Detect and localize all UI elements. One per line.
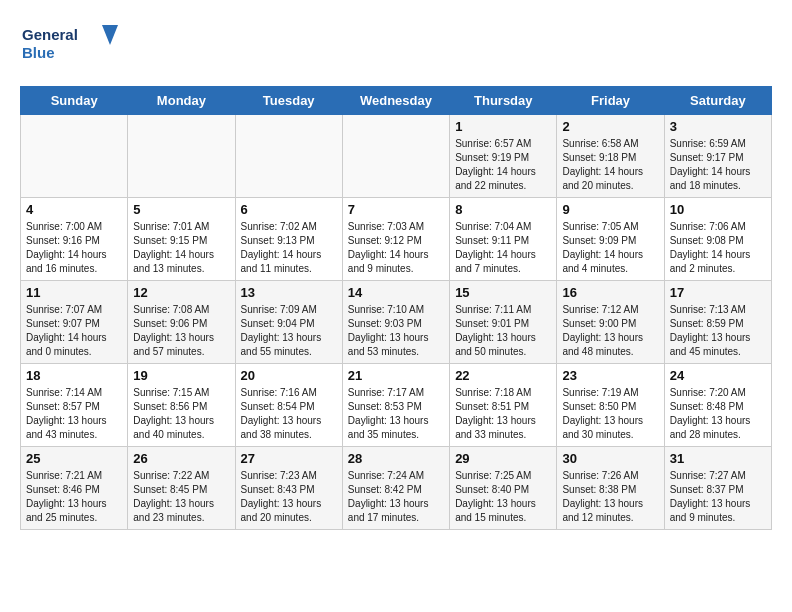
day-info: Sunrise: 6:57 AM Sunset: 9:19 PM Dayligh… xyxy=(455,137,551,193)
day-number: 5 xyxy=(133,202,229,217)
calendar-cell xyxy=(235,115,342,198)
day-info: Sunrise: 7:09 AM Sunset: 9:04 PM Dayligh… xyxy=(241,303,337,359)
svg-text:Blue: Blue xyxy=(22,44,55,61)
calendar-cell: 1Sunrise: 6:57 AM Sunset: 9:19 PM Daylig… xyxy=(450,115,557,198)
weekday-header-saturday: Saturday xyxy=(664,87,771,115)
calendar-cell: 3Sunrise: 6:59 AM Sunset: 9:17 PM Daylig… xyxy=(664,115,771,198)
day-number: 9 xyxy=(562,202,658,217)
day-number: 28 xyxy=(348,451,444,466)
svg-text:General: General xyxy=(22,26,78,43)
day-info: Sunrise: 6:58 AM Sunset: 9:18 PM Dayligh… xyxy=(562,137,658,193)
day-info: Sunrise: 7:18 AM Sunset: 8:51 PM Dayligh… xyxy=(455,386,551,442)
calendar-cell: 31Sunrise: 7:27 AM Sunset: 8:37 PM Dayli… xyxy=(664,447,771,530)
calendar-cell: 23Sunrise: 7:19 AM Sunset: 8:50 PM Dayli… xyxy=(557,364,664,447)
day-number: 1 xyxy=(455,119,551,134)
logo: General Blue xyxy=(20,20,120,70)
calendar-week-row: 4Sunrise: 7:00 AM Sunset: 9:16 PM Daylig… xyxy=(21,198,772,281)
calendar-cell: 10Sunrise: 7:06 AM Sunset: 9:08 PM Dayli… xyxy=(664,198,771,281)
calendar-week-row: 25Sunrise: 7:21 AM Sunset: 8:46 PM Dayli… xyxy=(21,447,772,530)
calendar-cell: 6Sunrise: 7:02 AM Sunset: 9:13 PM Daylig… xyxy=(235,198,342,281)
calendar-cell: 17Sunrise: 7:13 AM Sunset: 8:59 PM Dayli… xyxy=(664,281,771,364)
day-info: Sunrise: 7:14 AM Sunset: 8:57 PM Dayligh… xyxy=(26,386,122,442)
day-number: 26 xyxy=(133,451,229,466)
calendar-cell: 9Sunrise: 7:05 AM Sunset: 9:09 PM Daylig… xyxy=(557,198,664,281)
weekday-header-monday: Monday xyxy=(128,87,235,115)
day-number: 14 xyxy=(348,285,444,300)
day-number: 6 xyxy=(241,202,337,217)
calendar-week-row: 1Sunrise: 6:57 AM Sunset: 9:19 PM Daylig… xyxy=(21,115,772,198)
day-info: Sunrise: 7:20 AM Sunset: 8:48 PM Dayligh… xyxy=(670,386,766,442)
calendar-cell: 14Sunrise: 7:10 AM Sunset: 9:03 PM Dayli… xyxy=(342,281,449,364)
calendar-cell: 28Sunrise: 7:24 AM Sunset: 8:42 PM Dayli… xyxy=(342,447,449,530)
day-info: Sunrise: 7:03 AM Sunset: 9:12 PM Dayligh… xyxy=(348,220,444,276)
day-number: 8 xyxy=(455,202,551,217)
day-info: Sunrise: 7:23 AM Sunset: 8:43 PM Dayligh… xyxy=(241,469,337,525)
svg-marker-2 xyxy=(102,25,118,45)
day-info: Sunrise: 7:24 AM Sunset: 8:42 PM Dayligh… xyxy=(348,469,444,525)
day-info: Sunrise: 7:07 AM Sunset: 9:07 PM Dayligh… xyxy=(26,303,122,359)
calendar-cell: 18Sunrise: 7:14 AM Sunset: 8:57 PM Dayli… xyxy=(21,364,128,447)
day-number: 30 xyxy=(562,451,658,466)
day-info: Sunrise: 7:13 AM Sunset: 8:59 PM Dayligh… xyxy=(670,303,766,359)
calendar-cell: 2Sunrise: 6:58 AM Sunset: 9:18 PM Daylig… xyxy=(557,115,664,198)
calendar-cell xyxy=(21,115,128,198)
day-info: Sunrise: 7:22 AM Sunset: 8:45 PM Dayligh… xyxy=(133,469,229,525)
day-number: 31 xyxy=(670,451,766,466)
day-number: 2 xyxy=(562,119,658,134)
day-number: 29 xyxy=(455,451,551,466)
day-number: 25 xyxy=(26,451,122,466)
day-number: 24 xyxy=(670,368,766,383)
calendar-table: SundayMondayTuesdayWednesdayThursdayFrid… xyxy=(20,86,772,530)
day-number: 3 xyxy=(670,119,766,134)
day-number: 7 xyxy=(348,202,444,217)
day-number: 16 xyxy=(562,285,658,300)
day-info: Sunrise: 7:27 AM Sunset: 8:37 PM Dayligh… xyxy=(670,469,766,525)
calendar-week-row: 18Sunrise: 7:14 AM Sunset: 8:57 PM Dayli… xyxy=(21,364,772,447)
calendar-cell: 19Sunrise: 7:15 AM Sunset: 8:56 PM Dayli… xyxy=(128,364,235,447)
day-info: Sunrise: 7:04 AM Sunset: 9:11 PM Dayligh… xyxy=(455,220,551,276)
weekday-header-friday: Friday xyxy=(557,87,664,115)
calendar-cell: 21Sunrise: 7:17 AM Sunset: 8:53 PM Dayli… xyxy=(342,364,449,447)
calendar-cell: 4Sunrise: 7:00 AM Sunset: 9:16 PM Daylig… xyxy=(21,198,128,281)
calendar-cell xyxy=(342,115,449,198)
calendar-cell: 30Sunrise: 7:26 AM Sunset: 8:38 PM Dayli… xyxy=(557,447,664,530)
calendar-cell: 29Sunrise: 7:25 AM Sunset: 8:40 PM Dayli… xyxy=(450,447,557,530)
day-info: Sunrise: 7:00 AM Sunset: 9:16 PM Dayligh… xyxy=(26,220,122,276)
day-info: Sunrise: 7:01 AM Sunset: 9:15 PM Dayligh… xyxy=(133,220,229,276)
weekday-header-row: SundayMondayTuesdayWednesdayThursdayFrid… xyxy=(21,87,772,115)
day-info: Sunrise: 7:19 AM Sunset: 8:50 PM Dayligh… xyxy=(562,386,658,442)
calendar-cell: 11Sunrise: 7:07 AM Sunset: 9:07 PM Dayli… xyxy=(21,281,128,364)
weekday-header-thursday: Thursday xyxy=(450,87,557,115)
day-info: Sunrise: 6:59 AM Sunset: 9:17 PM Dayligh… xyxy=(670,137,766,193)
calendar-cell: 15Sunrise: 7:11 AM Sunset: 9:01 PM Dayli… xyxy=(450,281,557,364)
calendar-cell: 12Sunrise: 7:08 AM Sunset: 9:06 PM Dayli… xyxy=(128,281,235,364)
calendar-cell: 13Sunrise: 7:09 AM Sunset: 9:04 PM Dayli… xyxy=(235,281,342,364)
day-info: Sunrise: 7:11 AM Sunset: 9:01 PM Dayligh… xyxy=(455,303,551,359)
calendar-cell: 24Sunrise: 7:20 AM Sunset: 8:48 PM Dayli… xyxy=(664,364,771,447)
day-info: Sunrise: 7:17 AM Sunset: 8:53 PM Dayligh… xyxy=(348,386,444,442)
day-info: Sunrise: 7:05 AM Sunset: 9:09 PM Dayligh… xyxy=(562,220,658,276)
day-info: Sunrise: 7:02 AM Sunset: 9:13 PM Dayligh… xyxy=(241,220,337,276)
calendar-cell: 16Sunrise: 7:12 AM Sunset: 9:00 PM Dayli… xyxy=(557,281,664,364)
calendar-cell: 25Sunrise: 7:21 AM Sunset: 8:46 PM Dayli… xyxy=(21,447,128,530)
day-number: 4 xyxy=(26,202,122,217)
day-info: Sunrise: 7:26 AM Sunset: 8:38 PM Dayligh… xyxy=(562,469,658,525)
day-number: 11 xyxy=(26,285,122,300)
day-info: Sunrise: 7:25 AM Sunset: 8:40 PM Dayligh… xyxy=(455,469,551,525)
day-number: 20 xyxy=(241,368,337,383)
day-number: 17 xyxy=(670,285,766,300)
calendar-cell: 22Sunrise: 7:18 AM Sunset: 8:51 PM Dayli… xyxy=(450,364,557,447)
day-info: Sunrise: 7:12 AM Sunset: 9:00 PM Dayligh… xyxy=(562,303,658,359)
weekday-header-sunday: Sunday xyxy=(21,87,128,115)
day-info: Sunrise: 7:21 AM Sunset: 8:46 PM Dayligh… xyxy=(26,469,122,525)
day-number: 18 xyxy=(26,368,122,383)
day-info: Sunrise: 7:15 AM Sunset: 8:56 PM Dayligh… xyxy=(133,386,229,442)
calendar-cell: 8Sunrise: 7:04 AM Sunset: 9:11 PM Daylig… xyxy=(450,198,557,281)
calendar-cell: 7Sunrise: 7:03 AM Sunset: 9:12 PM Daylig… xyxy=(342,198,449,281)
day-number: 15 xyxy=(455,285,551,300)
day-info: Sunrise: 7:16 AM Sunset: 8:54 PM Dayligh… xyxy=(241,386,337,442)
calendar-cell xyxy=(128,115,235,198)
calendar-cell: 26Sunrise: 7:22 AM Sunset: 8:45 PM Dayli… xyxy=(128,447,235,530)
day-number: 27 xyxy=(241,451,337,466)
day-number: 23 xyxy=(562,368,658,383)
